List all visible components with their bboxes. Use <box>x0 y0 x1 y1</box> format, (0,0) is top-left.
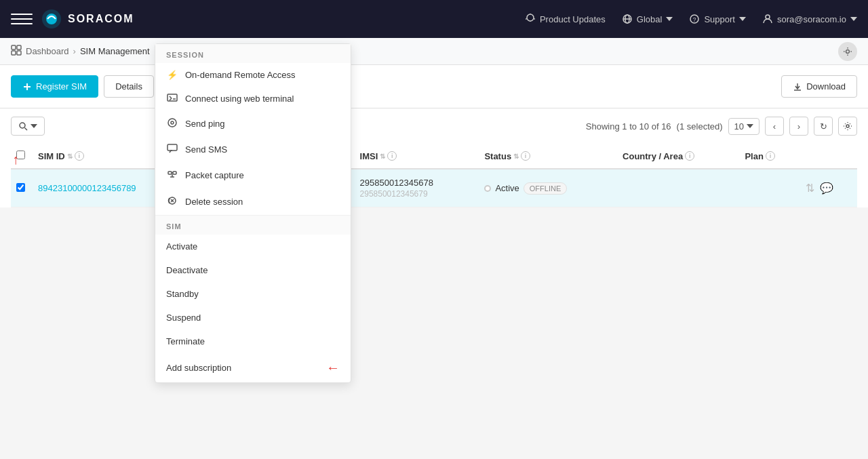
plan-info-icon[interactable]: i <box>766 151 775 161</box>
svg-point-12 <box>846 49 850 53</box>
next-page-button[interactable]: › <box>789 117 808 136</box>
product-updates-nav[interactable]: Product Updates <box>525 14 606 24</box>
per-page-selector[interactable]: 10 <box>728 118 760 135</box>
support-nav[interactable]: ? Support <box>689 14 746 24</box>
svg-line-20 <box>170 98 172 100</box>
row-actions: ⇅ 💬 <box>806 182 852 195</box>
svg-point-22 <box>168 119 176 127</box>
ping-icon <box>166 117 178 130</box>
table-meta: Showing 1 to 10 of 16 (1 selected) 10 ‹ … <box>586 117 857 136</box>
support-label: Support <box>704 14 735 24</box>
main-toolbar: Register SIM Details Actions ← Download <box>0 65 868 108</box>
table-toolbar: ↑ Showing 1 to 10 of 16 (1 selected) 10 … <box>11 108 857 144</box>
svg-point-15 <box>20 123 25 128</box>
logo: SORACOM <box>41 8 134 30</box>
svg-point-17 <box>846 125 849 127</box>
prev-page-button[interactable]: ‹ <box>765 117 784 136</box>
imsi-column-header: IMSI ⇅ i <box>360 151 397 161</box>
status-cell: Active OFFLINE <box>484 182 567 195</box>
status-dot <box>484 185 491 192</box>
menu-item-send-sms[interactable]: Send SMS <box>155 137 351 162</box>
menu-item-send-ping-label: Send ping <box>185 119 225 129</box>
svg-point-7 <box>766 15 770 19</box>
svg-point-23 <box>171 121 174 124</box>
svg-rect-26 <box>173 172 176 174</box>
logo-text: SORACOM <box>68 13 134 25</box>
menu-item-packet-capture-label: Packet capture <box>185 170 244 180</box>
svg-rect-8 <box>12 45 16 49</box>
top-navigation: SORACOM Product Updates Global ? Support <box>0 0 868 38</box>
offline-badge: OFFLINE <box>524 182 567 195</box>
svg-rect-18 <box>167 94 177 101</box>
user-label: sora@soracom.io <box>777 14 846 24</box>
svg-rect-24 <box>167 144 177 151</box>
register-sim-button[interactable]: Register SIM <box>11 75 98 98</box>
country-column-header: Country / Area i <box>623 151 694 161</box>
status-column-header: Status ⇅ i <box>484 151 530 161</box>
table-row[interactable]: 89423100000123456789 8942310000012345678… <box>11 169 857 207</box>
global-label: Global <box>637 14 663 24</box>
imsi-value-1: 295850012345678 <box>360 178 474 188</box>
country-value <box>617 169 739 207</box>
delete-session-icon <box>166 195 178 207</box>
breadcrumb-bar: Dashboard › SIM Management <box>0 38 868 65</box>
imsi-info-icon[interactable]: i <box>387 151 397 161</box>
download-label: Download <box>806 81 846 92</box>
refresh-button[interactable]: ↻ <box>814 117 833 136</box>
row-checkbox[interactable] <box>16 183 25 192</box>
plan-column-header: Plan i <box>745 151 774 161</box>
dashboard-link[interactable]: Dashboard <box>26 46 69 56</box>
dashboard-icon <box>11 45 22 58</box>
packet-capture-icon <box>166 169 178 182</box>
web-terminal-icon <box>166 94 178 104</box>
details-label: Details <box>115 81 142 92</box>
sim-id-value[interactable]: 89423100000123456789 <box>38 183 136 193</box>
menu-item-remote-access-label: On-demand Remote Access <box>185 70 296 80</box>
sim-table: SIM ID ⇅ i ICCID ⇅ i IMSI ⇅ <box>11 144 857 207</box>
plan-value <box>739 169 800 207</box>
breadcrumb-settings-icon[interactable] <box>838 42 857 61</box>
row-message-icon[interactable]: 💬 <box>820 182 833 195</box>
hamburger-menu[interactable] <box>11 8 33 30</box>
per-page-value: 10 <box>734 121 744 132</box>
imsi-value-2: 295850012345679 <box>360 189 474 199</box>
session-section-header: SESSION <box>155 44 351 63</box>
svg-text:?: ? <box>693 16 696 23</box>
sim-id-column-header: SIM ID ⇅ i <box>38 151 84 161</box>
menu-item-remote-access[interactable]: ⚡ On-demand Remote Access <box>155 63 351 87</box>
menu-item-delete-session[interactable]: Delete session <box>155 188 351 207</box>
row-up-arrow-indicator: ↑ <box>12 152 19 167</box>
sms-icon <box>166 144 178 155</box>
user-nav[interactable]: sora@soracom.io <box>762 14 857 24</box>
menu-item-delete-session-label: Delete session <box>185 197 243 207</box>
menu-item-send-sms-label: Send SMS <box>185 144 227 155</box>
row-transfer-icon[interactable]: ⇅ <box>806 182 814 195</box>
search-button[interactable] <box>11 117 45 136</box>
svg-rect-11 <box>17 51 21 55</box>
showing-label: Showing 1 to 10 of 16 <box>586 121 671 132</box>
breadcrumb-separator: › <box>73 46 76 56</box>
status-value: Active <box>495 183 519 193</box>
svg-rect-9 <box>17 45 21 49</box>
selected-label: (1 selected) <box>677 121 723 132</box>
svg-rect-10 <box>12 51 16 55</box>
menu-item-send-ping[interactable]: Send ping <box>155 111 351 137</box>
menu-item-web-terminal[interactable]: Connect using web terminal <box>155 87 351 111</box>
svg-line-16 <box>25 128 28 131</box>
table-settings-button[interactable] <box>838 117 857 136</box>
country-info-icon[interactable]: i <box>685 151 694 161</box>
breadcrumb-current: SIM Management <box>80 46 150 56</box>
svg-rect-25 <box>168 172 172 174</box>
download-button[interactable]: Download <box>781 75 857 98</box>
product-updates-label: Product Updates <box>540 14 606 24</box>
status-info-icon[interactable]: i <box>521 151 530 161</box>
remote-access-icon: ⚡ <box>166 70 178 80</box>
top-nav-items: Product Updates Global ? Support s <box>525 14 857 24</box>
menu-item-packet-capture[interactable]: Packet capture <box>155 162 351 188</box>
sim-id-info-icon[interactable]: i <box>75 151 84 161</box>
table-area: ↑ Showing 1 to 10 of 16 (1 selected) 10 … <box>0 108 868 207</box>
register-sim-label: Register SIM <box>36 81 87 92</box>
global-nav[interactable]: Global <box>622 14 673 24</box>
menu-item-web-terminal-label: Connect using web terminal <box>185 94 294 104</box>
details-button[interactable]: Details <box>104 75 154 98</box>
